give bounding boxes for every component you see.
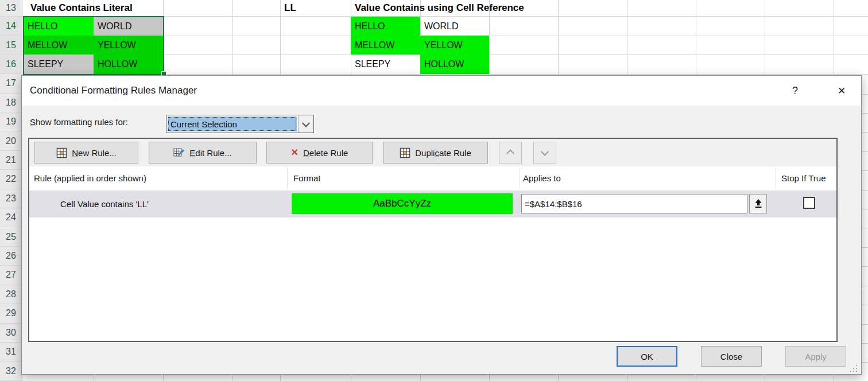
row-header[interactable]: 28 xyxy=(0,285,22,304)
cell-f13-header[interactable]: Value Contains using Cell Reference xyxy=(351,0,524,16)
move-rule-up-button[interactable] xyxy=(499,142,522,164)
cell-g14[interactable]: WORLD xyxy=(420,17,489,36)
show-rules-accel: S xyxy=(30,117,36,127)
gridline xyxy=(834,0,834,75)
row-header[interactable]: 14 xyxy=(0,17,22,36)
rules-panel: New Rule... Edit Rule... ✕ Delete Rule D… xyxy=(28,138,838,342)
cell-b15[interactable]: YELLOW xyxy=(94,36,163,55)
spreadsheet-bottom-strip xyxy=(22,375,868,381)
excel-window: 1314151617181920212223242526272829303132… xyxy=(0,0,868,381)
dialog-title: Conditional Formatting Rules Manager xyxy=(30,76,197,106)
gridline xyxy=(862,190,868,190)
dialog-titlebar: Conditional Formatting Rules Manager ? ✕ xyxy=(22,76,861,106)
resize-grip[interactable] xyxy=(850,365,857,372)
row-header[interactable]: 24 xyxy=(0,208,22,227)
row-header[interactable]: 26 xyxy=(0,247,22,266)
show-rules-rest: how formatting rules for: xyxy=(36,117,128,127)
chevron-up-icon xyxy=(506,149,514,157)
gridline xyxy=(558,375,559,381)
gridline xyxy=(627,0,627,75)
gridline xyxy=(232,375,233,381)
ok-button[interactable]: OK xyxy=(617,346,677,367)
stop-if-true-checkbox[interactable] xyxy=(803,197,815,209)
row-header[interactable]: 15 xyxy=(0,36,22,55)
table-grid-pencil-icon xyxy=(173,147,185,158)
gridline xyxy=(862,132,868,133)
row-header[interactable]: 17 xyxy=(0,74,22,93)
gridline xyxy=(232,0,233,75)
show-rules-label: Show formatting rules for: xyxy=(30,117,128,127)
apply-button[interactable]: Apply xyxy=(785,346,846,367)
dropdown-button[interactable] xyxy=(298,115,313,133)
format-preview: AaBbCcYyZz xyxy=(292,193,513,214)
rule-row-selected[interactable]: Cell Value contains 'LL' AaBbCcYyZz xyxy=(29,190,836,217)
row-header[interactable]: 22 xyxy=(0,170,22,189)
new-rule-button[interactable]: New Rule... xyxy=(34,142,138,164)
header-rule: Rule (applied in order shown) xyxy=(34,166,146,190)
gridline xyxy=(765,375,765,381)
help-icon[interactable]: ? xyxy=(786,82,804,99)
spreadsheet-grid: Value Contains Literal LL Value Contains… xyxy=(22,0,868,75)
table-grid-icon xyxy=(400,147,410,158)
cell-f15[interactable]: MELLOW xyxy=(351,36,420,55)
gridline xyxy=(862,228,868,228)
cell-g16[interactable]: HOLLOW xyxy=(420,55,489,74)
row-header[interactable]: 32 xyxy=(0,361,22,380)
chevron-down-icon xyxy=(302,119,310,127)
edit-rule-button[interactable]: Edit Rule... xyxy=(149,142,257,164)
cell-f14[interactable]: HELLO xyxy=(351,17,420,36)
gridline xyxy=(696,0,696,75)
dropdown-value: Current Selection xyxy=(168,116,297,131)
row-header[interactable]: 25 xyxy=(0,227,22,246)
row-header-column: 1314151617181920212223242526272829303132 xyxy=(0,0,22,381)
cell-g15[interactable]: YELLOW xyxy=(420,36,489,55)
gridline xyxy=(862,209,868,209)
header-applies-to: Applies to xyxy=(523,166,561,190)
cell-b16[interactable]: HOLLOW xyxy=(94,55,163,74)
move-rule-down-button[interactable] xyxy=(533,142,556,164)
duplicate-rule-label: Duplicate Rule xyxy=(415,148,471,158)
gridline xyxy=(862,305,868,305)
column-divider xyxy=(287,168,288,189)
row-header[interactable]: 20 xyxy=(0,131,22,150)
gridline xyxy=(163,0,164,75)
delete-rule-button[interactable]: ✕ Delete Rule xyxy=(266,142,373,164)
edit-rule-label: Edit Rule... xyxy=(189,148,231,158)
cell-a15[interactable]: MELLOW xyxy=(24,36,94,55)
row-header[interactable]: 23 xyxy=(0,189,22,208)
cell-f16[interactable]: SLEEPY xyxy=(351,55,420,74)
gridline xyxy=(862,94,868,95)
gridline xyxy=(862,324,868,325)
row-header[interactable]: 29 xyxy=(0,304,22,323)
gridline xyxy=(696,375,696,381)
gridline xyxy=(280,375,281,381)
gridline xyxy=(862,286,868,286)
cell-d13-header[interactable]: LL xyxy=(280,0,296,16)
close-button[interactable]: Close xyxy=(701,346,762,367)
rules-list-header: Rule (applied in order shown) Format App… xyxy=(29,166,836,190)
cell-a14[interactable]: HELLO xyxy=(24,17,94,36)
gridline xyxy=(163,375,164,381)
rules-toolbar: New Rule... Edit Rule... ✕ Delete Rule D… xyxy=(29,139,836,166)
row-header[interactable]: 19 xyxy=(0,112,22,131)
column-divider xyxy=(520,168,520,189)
row-header[interactable]: 27 xyxy=(0,266,22,285)
range-picker-button[interactable] xyxy=(749,194,767,213)
cf-rules-manager-dialog: Conditional Formatting Rules Manager ? ✕… xyxy=(21,75,862,375)
row-header[interactable]: 13 xyxy=(0,0,22,17)
gridline xyxy=(627,375,627,381)
row-header[interactable]: 18 xyxy=(0,94,22,112)
show-rules-dropdown[interactable]: Current Selection xyxy=(166,115,314,133)
applies-to-input[interactable] xyxy=(521,194,747,213)
row-header[interactable]: 30 xyxy=(0,324,22,343)
row-header[interactable]: 16 xyxy=(0,55,22,74)
cell-a16[interactable]: SLEEPY xyxy=(24,55,94,74)
row-header[interactable]: 21 xyxy=(0,151,22,170)
close-icon[interactable]: ✕ xyxy=(833,82,850,99)
duplicate-rule-button[interactable]: Duplicate Rule xyxy=(383,142,488,164)
cell-b14[interactable]: WORLD xyxy=(94,17,163,36)
gridline xyxy=(834,375,834,381)
cell-a13-header[interactable]: Value Contains Literal xyxy=(26,0,133,16)
row-header[interactable]: 31 xyxy=(0,343,22,361)
header-format: Format xyxy=(293,166,321,190)
